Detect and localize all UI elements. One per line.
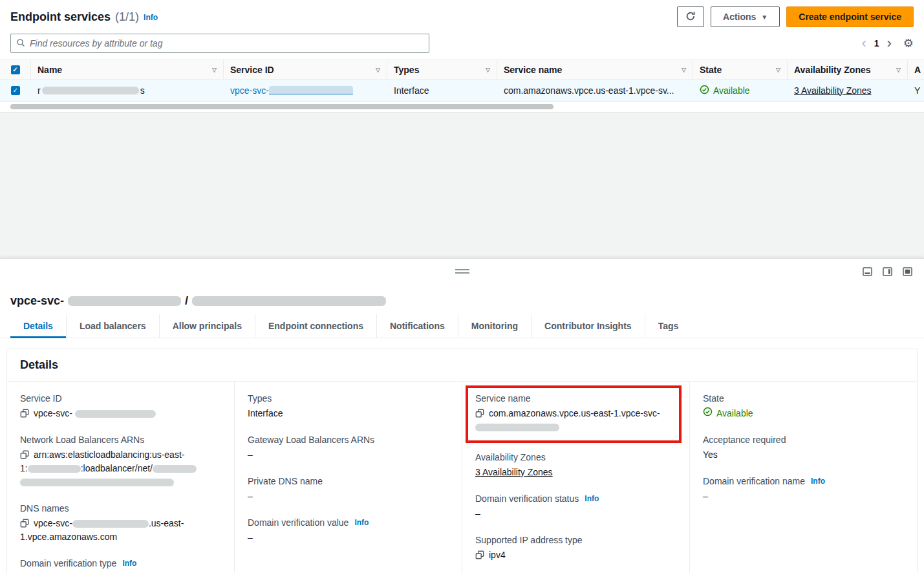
search-input[interactable]: [30, 38, 424, 49]
name-fragment: r: [38, 85, 41, 96]
field-label: Types: [248, 393, 272, 404]
field-supported-ip-address-type: Supported IP address type ipv4: [475, 535, 676, 562]
pagination: ‹ 1 › ⚙: [861, 36, 914, 50]
redacted-text: [28, 465, 81, 473]
check-icon: ✓: [12, 67, 17, 73]
field-label: DNS names: [20, 503, 69, 514]
resource-count: (1/1): [115, 10, 139, 24]
copy-icon[interactable]: [20, 450, 29, 459]
field-value-text: Interface: [248, 408, 283, 418]
redacted-text: [75, 410, 156, 418]
field-value-text: –: [248, 491, 253, 501]
caret-down-icon: ▼: [761, 14, 768, 21]
field-label: State: [703, 393, 724, 404]
tab-load-balancers[interactable]: Load balancers: [66, 314, 159, 338]
column-header-service-id[interactable]: Service ID▽: [224, 60, 387, 79]
details-card: Details Service ID vpce-svc-: [6, 349, 918, 573]
split-panel-drag-handle[interactable]: [455, 269, 469, 274]
current-page[interactable]: 1: [874, 38, 879, 49]
field-value-text: –: [703, 491, 708, 501]
types-text: Interface: [394, 85, 429, 96]
service-id-link[interactable]: vpce-svc-: [230, 85, 353, 96]
redacted-text: [20, 479, 174, 486]
info-link[interactable]: Info: [585, 494, 599, 503]
tab-tags[interactable]: Tags: [645, 314, 692, 338]
redacted-text: [475, 424, 559, 431]
header-actions: Actions ▼ Create endpoint service: [677, 6, 914, 27]
actions-button[interactable]: Actions ▼: [711, 6, 780, 27]
column-header-name[interactable]: Name▽: [31, 60, 224, 79]
panel-bottom-layout-icon[interactable]: [863, 267, 872, 276]
field-value-text: –: [475, 508, 480, 519]
preferences-gear-icon[interactable]: ⚙: [903, 36, 914, 50]
state-text: Available: [716, 407, 753, 420]
refresh-button[interactable]: [677, 6, 704, 27]
column-header-state[interactable]: State▽: [693, 60, 788, 79]
info-link[interactable]: Info: [122, 559, 136, 568]
previous-page-button[interactable]: ‹: [861, 36, 866, 50]
panel-header: Endpoint services (1/1) Info Actions ▼ C…: [0, 0, 924, 31]
column-header-types[interactable]: Types▽: [387, 60, 497, 79]
cell-state: Available: [693, 80, 788, 101]
service-id-text: vpce-svc-: [230, 85, 269, 96]
copy-icon[interactable]: [20, 519, 29, 528]
column-header-clipped[interactable]: A: [908, 60, 924, 79]
horizontal-scrollbar[interactable]: [10, 104, 553, 109]
tab-notifications[interactable]: Notifications: [376, 314, 458, 338]
info-link[interactable]: Info: [144, 13, 158, 22]
clipped-text: Y: [914, 85, 920, 96]
column-header-service-name[interactable]: Service name▽: [497, 60, 693, 79]
detail-title-prefix: vpce-svc-: [10, 294, 64, 308]
name-fragment: s: [140, 85, 145, 96]
table-header-row: ✓ Name▽ Service ID▽ Types▽ Service name▽…: [0, 60, 924, 80]
detail-title-separator: /: [185, 294, 188, 308]
tab-endpoint-connections[interactable]: Endpoint connections: [255, 314, 376, 338]
horizontal-scrollbar-track: [0, 102, 924, 112]
column-header-availability-zones[interactable]: Availability Zones▽: [788, 60, 908, 79]
search-box[interactable]: [10, 34, 429, 53]
state-text: Available: [713, 85, 750, 96]
row-checkbox[interactable]: ✓: [11, 86, 20, 95]
panel-full-layout-icon[interactable]: [903, 267, 912, 276]
field-acceptance-required: Acceptance required Yes: [703, 435, 904, 462]
tab-contributor-insights[interactable]: Contributor Insights: [531, 314, 645, 338]
check-circle-icon: [700, 85, 709, 96]
field-value-text: ipv4: [489, 550, 506, 560]
search-icon: [16, 38, 25, 49]
tab-details[interactable]: Details: [10, 314, 66, 338]
split-panel-bar: [0, 258, 924, 284]
row-select-cell: ✓: [0, 80, 31, 101]
cell-service-id: vpce-svc-: [224, 80, 387, 101]
info-link[interactable]: Info: [354, 518, 369, 527]
field-label: Domain verification status: [475, 493, 579, 504]
page: Endpoint services (1/1) Info Actions ▼ C…: [0, 0, 924, 573]
endpoint-services-table: ✓ Name▽ Service ID▽ Types▽ Service name▽…: [0, 59, 924, 102]
tab-allow-principals[interactable]: Allow principals: [159, 314, 255, 338]
copy-icon[interactable]: [475, 409, 484, 418]
field-value-text: .us-east-: [149, 518, 184, 528]
cell-service-name: com.amazonaws.vpce.us-east-1.vpce-sv...: [497, 80, 693, 101]
detail-tabs: Details Load balancers Allow principals …: [0, 314, 924, 338]
next-page-button[interactable]: ›: [887, 36, 892, 50]
select-all-checkbox[interactable]: ✓: [11, 65, 20, 74]
create-endpoint-service-button[interactable]: Create endpoint service: [786, 6, 914, 27]
field-value-text: 1:: [20, 463, 28, 473]
field-value-text: –: [248, 449, 253, 460]
info-link[interactable]: Info: [811, 477, 825, 486]
copy-icon[interactable]: [20, 409, 29, 418]
details-card-body: Service ID vpce-svc- Network Load Balanc…: [7, 382, 917, 573]
field-domain-verification-name: Domain verification name Info –: [703, 476, 904, 503]
panel-side-layout-icon[interactable]: [883, 267, 892, 276]
table-row[interactable]: ✓ r s vpce-svc- Interface com.: [0, 80, 924, 102]
check-circle-icon: [703, 407, 713, 420]
status-badge: Available: [700, 85, 750, 96]
availability-zones-link[interactable]: 3 Availability Zones: [794, 85, 872, 96]
sort-icon: ▽: [896, 67, 901, 73]
field-value-text: vpce-svc-: [34, 408, 72, 418]
status-badge: Available: [703, 407, 753, 420]
redacted-text: [72, 520, 149, 528]
copy-icon[interactable]: [475, 550, 484, 559]
column-label: Service name: [504, 65, 562, 75]
availability-zones-link[interactable]: 3 Availability Zones: [475, 467, 553, 477]
tab-monitoring[interactable]: Monitoring: [458, 314, 531, 338]
